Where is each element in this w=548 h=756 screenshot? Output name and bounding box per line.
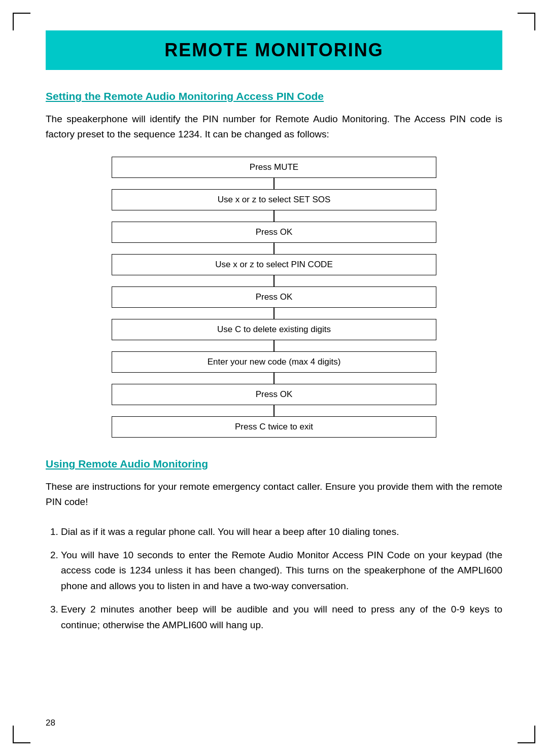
flow-connector-1 <box>273 210 275 222</box>
corner-tl <box>13 13 14 30</box>
flow-step-8: Press C twice to exit <box>112 416 436 438</box>
section1-heading: Setting the Remote Audio Monitoring Acce… <box>46 90 502 102</box>
flow-step-3: Use x or z to select PIN CODE <box>112 254 436 275</box>
flow-connector-4 <box>273 308 275 319</box>
flow-step-5: Use C to delete existing digits <box>112 319 436 340</box>
section1-body: The speakerphone will identify the PIN n… <box>46 112 502 142</box>
corner-tr <box>534 13 535 30</box>
flow-connector-3 <box>273 275 275 286</box>
flow-diagram: Press MUTEUse x or z to select SET SOSPr… <box>112 157 436 438</box>
instructions-list: Dial as if it was a regular phone call. … <box>46 524 502 633</box>
flow-step-7: Press OK <box>112 384 436 405</box>
page-container: REMOTE MONITORING Setting the Remote Aud… <box>0 0 548 756</box>
page-title: REMOTE MONITORING <box>164 40 383 60</box>
list-item-1: Dial as if it was a regular phone call. … <box>61 524 502 539</box>
section-1: Setting the Remote Audio Monitoring Acce… <box>46 90 502 438</box>
flow-connector-0 <box>273 178 275 189</box>
flow-connector-7 <box>273 405 275 416</box>
title-bar: REMOTE MONITORING <box>46 30 502 70</box>
corner-bl <box>13 726 14 743</box>
flow-step-0: Press MUTE <box>112 157 436 178</box>
list-item-2: You will have 10 seconds to enter the Re… <box>61 548 502 594</box>
flow-step-2: Press OK <box>112 222 436 243</box>
section2-intro: These are instructions for your remote e… <box>46 479 502 510</box>
section2-heading: Using Remote Audio Monitoring <box>46 458 502 470</box>
flow-step-6: Enter your new code (max 4 digits) <box>112 351 436 373</box>
page-number: 28 <box>46 718 55 728</box>
corner-br <box>534 726 535 743</box>
flow-connector-2 <box>273 243 275 254</box>
list-item-3: Every 2 minutes another beep will be aud… <box>61 602 502 633</box>
flow-step-1: Use x or z to select SET SOS <box>112 189 436 210</box>
flow-connector-5 <box>273 340 275 351</box>
flow-step-4: Press OK <box>112 286 436 308</box>
flow-connector-6 <box>273 373 275 384</box>
section-2: Using Remote Audio Monitoring These are … <box>46 458 502 633</box>
